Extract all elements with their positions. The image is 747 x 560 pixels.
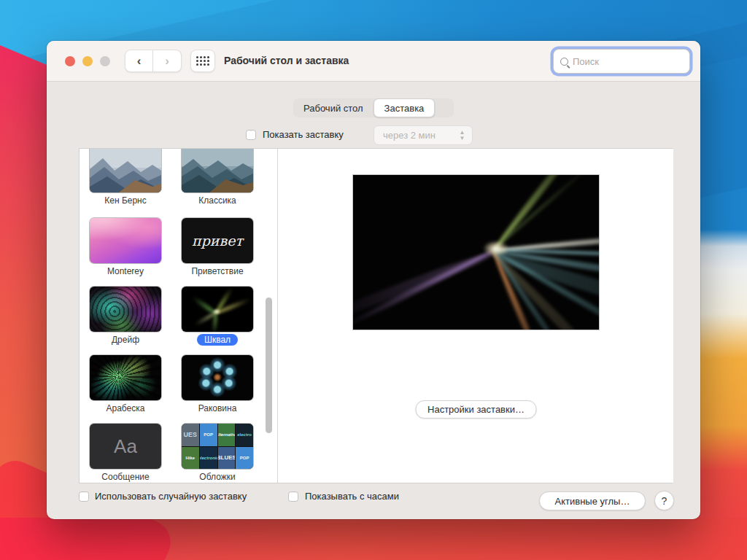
tab-bar: Рабочий стол Заставка xyxy=(293,98,454,117)
item-label: Дрейф xyxy=(90,335,161,345)
item-label: Кен Бернс xyxy=(90,195,161,206)
random-screensaver-label: Использовать случайную заставку xyxy=(95,491,247,502)
show-screensaver-checkbox[interactable] xyxy=(246,130,256,140)
show-screensaver-label: Показать заставку xyxy=(263,129,344,140)
close-button[interactable] xyxy=(65,56,75,66)
mountain-photo xyxy=(182,149,253,192)
search-input[interactable] xyxy=(573,56,701,67)
selected-item-badge: Шквал xyxy=(197,334,238,346)
list-item[interactable]: Раковина xyxy=(182,355,253,413)
thumb-greeting[interactable]: привет xyxy=(182,218,253,263)
grid-icon xyxy=(196,56,209,66)
item-label: Обложки xyxy=(182,472,253,482)
search-field[interactable] xyxy=(553,49,690,74)
zoom-button-disabled xyxy=(100,56,110,66)
screensaver-options-button[interactable]: Настройки заставки… xyxy=(415,400,537,419)
delay-popup[interactable]: через 2 мин ▲▼ xyxy=(374,125,473,145)
list-item[interactable]: Кен Бернс xyxy=(90,149,161,206)
show-with-clock-checkbox[interactable] xyxy=(288,491,298,502)
tab-desktop[interactable]: Рабочий стол xyxy=(293,98,374,117)
arabesque-streaks xyxy=(90,355,161,400)
screensaver-list: Кен Бернс Классика xyxy=(80,149,278,483)
minimize-button[interactable] xyxy=(82,56,93,66)
thumb-shell[interactable] xyxy=(182,355,253,400)
item-label: Приветствие xyxy=(182,266,253,276)
list-item[interactable]: привет Приветствие xyxy=(182,218,253,276)
back-button[interactable]: ‹ xyxy=(125,50,153,72)
item-label: Классика xyxy=(182,195,253,206)
random-screensaver-checkbox[interactable] xyxy=(79,491,89,502)
album-tile: UES xyxy=(182,424,199,446)
thumb-monterey[interactable] xyxy=(90,218,161,263)
list-scrollbar-thumb[interactable] xyxy=(266,298,272,433)
album-tile: POP xyxy=(236,447,253,470)
list-item[interactable]: Aa Сообщение xyxy=(90,424,161,482)
list-item[interactable]: Классика xyxy=(182,149,253,206)
list-item[interactable]: Шквал xyxy=(182,287,253,346)
thumb-ken-burns[interactable] xyxy=(90,149,161,192)
window-title: Рабочий стол и заставка xyxy=(224,55,349,66)
hot-corners-button[interactable]: Активные углы… xyxy=(539,491,646,510)
show-all-button[interactable] xyxy=(190,50,215,72)
item-label: Сообщение xyxy=(90,472,161,482)
system-preferences-window: ‹ › Рабочий стол и заставка Рабочий стол… xyxy=(47,41,700,519)
thumb-album-covers[interactable]: UES POP Alternative electro Hike electro… xyxy=(182,424,253,469)
search-icon xyxy=(560,58,568,66)
preview-center-glow xyxy=(483,241,509,257)
list-item[interactable]: Monterey xyxy=(90,218,161,276)
thumb-message[interactable]: Aa xyxy=(90,424,161,469)
desktop-wallpaper: ‹ › Рабочий стол и заставка Рабочий стол… xyxy=(0,0,747,560)
screensaver-panel: Кен Бернс Классика xyxy=(79,148,673,483)
forward-button[interactable]: › xyxy=(153,50,182,72)
album-tile: electronic xyxy=(200,447,217,470)
help-button[interactable]: ? xyxy=(654,491,674,510)
tab-screensaver[interactable]: Заставка xyxy=(374,98,436,117)
thumb-classic[interactable] xyxy=(182,149,253,192)
screensaver-preview xyxy=(352,174,600,330)
list-item[interactable]: Дрейф xyxy=(90,287,161,345)
thumb-drift[interactable] xyxy=(90,287,161,332)
mountain-photo xyxy=(90,149,161,192)
preview-pane: Настройки заставки… xyxy=(279,149,673,483)
album-tile: Alternative xyxy=(218,424,236,446)
show-with-clock-label: Показывать с часами xyxy=(305,491,399,502)
chevron-up-down-icon: ▲▼ xyxy=(456,128,468,142)
album-tile: BLUES xyxy=(218,447,236,470)
squall-ray xyxy=(212,313,218,332)
item-label: Monterey xyxy=(90,266,161,276)
list-item[interactable]: UES POP Alternative electro Hike electro… xyxy=(182,424,253,482)
thumb-squall[interactable] xyxy=(182,287,253,332)
item-label: Арабеска xyxy=(90,403,161,413)
list-item[interactable]: Арабеска xyxy=(90,355,161,413)
greeting-script-text: привет xyxy=(192,233,243,249)
album-tile: electro xyxy=(236,424,253,446)
item-label: Раковина xyxy=(182,403,253,413)
titlebar: ‹ › Рабочий стол и заставка xyxy=(47,41,700,82)
drift-ripple-texture xyxy=(90,287,161,332)
album-tile: Hike xyxy=(182,447,199,470)
message-aa-text: Aa xyxy=(114,435,137,458)
album-tile: POP xyxy=(200,424,217,446)
squall-glow xyxy=(212,308,221,315)
delay-popup-value: через 2 мин xyxy=(383,130,436,141)
thumb-arabesque[interactable] xyxy=(90,355,161,400)
